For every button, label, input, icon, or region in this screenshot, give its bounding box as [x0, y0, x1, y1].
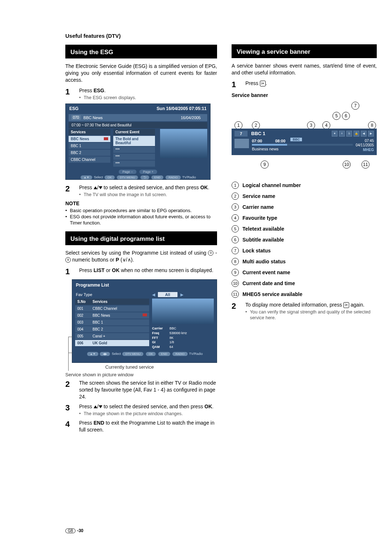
plist-meta: CarrierBBC Freq538000 kHz FFT8K GI1/8 QA…: [152, 326, 214, 349]
esg-date: 16/04/2005: [177, 115, 204, 120]
legend-label: Favourite type: [242, 215, 277, 221]
legend-item: 9Current event name: [232, 269, 377, 276]
audio-right-icon: ▶: [368, 131, 374, 137]
list-row: 003BBC 1: [75, 319, 149, 325]
step-sub-bullet: You can verify the signal strength and q…: [245, 309, 377, 321]
page-minus: Page −: [119, 170, 136, 174]
legend-num-icon: 8: [232, 258, 239, 265]
key-nine-icon: 9: [65, 257, 71, 263]
banner-event: Business news: [252, 147, 353, 151]
legend-num-icon: 10: [232, 280, 239, 287]
step-bold: OK: [112, 267, 119, 273]
heading-using-esg: Using the ESG: [65, 45, 217, 58]
intro-text: numeric buttons or: [71, 257, 116, 263]
esg-col-event: Current Event: [113, 129, 155, 135]
banner-step-2: 2 To display more detailed information, …: [232, 301, 377, 321]
esg-cell: The Bold and Beautiful: [115, 137, 153, 145]
connector-line-icon: [68, 353, 73, 371]
legend-label: Carrier name: [242, 204, 274, 210]
legend-item: 5Teletext available: [232, 225, 377, 232]
step-text: to select a desired service, and then pr…: [102, 185, 200, 190]
bar-label: END: [158, 352, 170, 356]
legend-label: Multi audio status: [242, 259, 286, 264]
meta-val: BBC: [170, 327, 176, 330]
red-marker-icon: [104, 137, 108, 140]
cell: BBC 2: [93, 327, 103, 331]
step-number: 2: [232, 301, 240, 321]
step-body: Press END to exit the Programme List to …: [79, 420, 217, 433]
heading-service-banner: Viewing a service banner: [232, 44, 377, 58]
note-line-2: ESG does not provide information about f…: [65, 214, 217, 226]
callout-3-icon: 3: [307, 121, 315, 129]
esg-intro-text: The Electronic Service Guide (ESG) is a …: [65, 63, 217, 84]
plist-step-3: 3 Press / to select the desired service,…: [65, 403, 217, 417]
page-footer: GB-30: [65, 528, 83, 533]
cell: 002: [77, 313, 93, 317]
page-number: -30: [77, 528, 83, 533]
fav-icon: ♥: [332, 131, 338, 137]
meta-val: 64: [170, 345, 173, 349]
callout-7-icon: 7: [351, 102, 359, 110]
legend-label: Service name: [242, 193, 275, 199]
esg-row: CBBC Channel: [69, 157, 110, 163]
step-body: The screen shows the service list in eit…: [79, 380, 217, 400]
audio-left-icon: ◀: [361, 131, 367, 137]
bar-label: END: [151, 175, 163, 179]
connector-line-icon: [68, 337, 73, 355]
step-text: .: [104, 88, 106, 93]
legend-num-icon: 7: [232, 247, 239, 254]
info-key-icon: i+: [343, 302, 349, 308]
step-text: when no other menu screen is displayed.: [119, 267, 213, 273]
banner-date: 04/11/2005: [356, 143, 374, 148]
esg-row: BBC 1: [69, 143, 110, 149]
list-row: 001CBBC Channel: [75, 305, 149, 312]
legend-label: Current date and time: [242, 280, 295, 286]
esg-step-1: 1 Press ESG. The ESG screen displays.: [65, 87, 217, 101]
note-text: Basic operation procedures are similar t…: [70, 208, 192, 214]
step-body: Press ESG. The ESG screen displays.: [79, 87, 217, 101]
legend-label: Teletext available: [242, 226, 284, 232]
esg-row: BBC 2: [69, 150, 110, 156]
esg-cell: ***: [115, 155, 120, 159]
step-text: Press: [79, 88, 94, 93]
esg-row: ***: [113, 154, 155, 160]
plist-side: CarrierBBC Freq538000 kHz FFT8K GI1/8 QA…: [152, 299, 214, 349]
step-bold: END: [94, 420, 105, 426]
meta-val: 1/8: [170, 340, 174, 344]
key-zero-icon: 0: [208, 250, 213, 256]
plist-thumbnail: [152, 299, 214, 324]
cell: UK Gold: [93, 341, 107, 345]
esg-thumbnail: [160, 129, 207, 158]
step-sub-bullet: The image shown in the picture window ch…: [79, 411, 217, 417]
teletext-icon: ≡: [339, 131, 345, 137]
bar-label: OK: [146, 352, 156, 356]
step-sub-bullet: The ESG screen displays.: [79, 95, 217, 101]
banner-intro: A service banner shows event names, star…: [232, 62, 377, 76]
cell: BBC 1: [93, 320, 103, 324]
legend-item: 2Service name: [232, 193, 377, 200]
step-text: Press: [79, 420, 94, 426]
step-number: 1: [232, 80, 240, 89]
plist-col: Services: [93, 300, 107, 304]
list-row: 002BBC News: [75, 312, 149, 319]
step-text: To display more detailed information, pr…: [245, 302, 343, 308]
cell: 005: [77, 334, 93, 338]
list-row: 005Canal +: [75, 333, 149, 339]
step-body: Press i+.: [245, 80, 377, 89]
step-text: Press: [79, 404, 94, 409]
step-bold: OK: [200, 185, 208, 190]
legend-item: 6Subtitle available: [232, 236, 377, 243]
callout-legend: 1Logical channel number 2Service name 3C…: [232, 182, 377, 298]
service-banner-diagram: 1 2 3 4 5 6 7 8 9 10 11 7 BBC 1 ♥ ≡ S 🔒: [232, 100, 377, 176]
legend-label: Logical channel number: [242, 182, 301, 188]
progress-fill: [252, 144, 287, 146]
esg-cell: ***: [115, 162, 120, 166]
esg-ch-name: BBC News: [83, 116, 103, 120]
plist-table: S.NoServices 001CBBC Channel 002BBC News…: [75, 299, 149, 349]
up-arrow-icon: [94, 405, 97, 408]
legend-item: 11MHEG5 service available: [232, 291, 377, 298]
note-line-1: Basic operation procedures are similar t…: [65, 208, 217, 214]
step-bold: OK: [204, 404, 212, 409]
banner-ch-num: 7: [234, 131, 248, 137]
step-number: 3: [65, 403, 73, 417]
